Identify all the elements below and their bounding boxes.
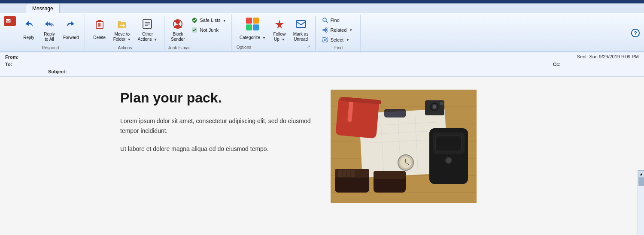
mark-as-unread-button[interactable]: Mark asUnread bbox=[290, 15, 312, 44]
related-arrow: ▼ bbox=[349, 28, 352, 32]
svg-point-22 bbox=[325, 28, 327, 30]
related-label: Related bbox=[330, 27, 346, 33]
respond-label: Respond bbox=[19, 45, 82, 51]
sent-info: Sent: Sun 9/29/2019 9:09 PM bbox=[553, 54, 639, 60]
follow-up-icon bbox=[273, 17, 286, 31]
actions-label: Actions bbox=[90, 45, 161, 51]
junk-small-group: Safe Lists ▼ Not Junk bbox=[188, 15, 228, 35]
svg-rect-63 bbox=[351, 170, 355, 177]
gear-svg bbox=[331, 90, 477, 203]
options-label: Options ↗ bbox=[237, 44, 312, 51]
not-junk-label: Not Junk bbox=[200, 27, 218, 33]
svg-rect-8 bbox=[118, 22, 126, 28]
delete-button[interactable]: Delete bbox=[90, 15, 109, 42]
select-icon bbox=[322, 36, 328, 43]
sep3 bbox=[233, 16, 233, 50]
block-sender-button[interactable]: BlockSender bbox=[168, 15, 188, 44]
follow-up-button[interactable]: FollowUp ▼ bbox=[270, 15, 289, 44]
svg-rect-66 bbox=[384, 109, 406, 118]
svg-point-19 bbox=[323, 18, 326, 21]
tab-bar: Message bbox=[0, 3, 644, 13]
email-body: Plan your pack. Lorem ipsum dolor sit am… bbox=[0, 77, 644, 235]
actions-buttons: Delete Move toFolder ▼ bbox=[90, 15, 161, 45]
reply-icon bbox=[22, 17, 36, 31]
scrollbar[interactable]: ▲ ▼ bbox=[638, 170, 644, 235]
options-expand[interactable]: ↗ bbox=[307, 45, 310, 49]
other-actions-icon bbox=[140, 17, 154, 31]
email-para-2: Ut labore et dolore magna aliqua ed do e… bbox=[120, 144, 313, 154]
find-label-group: Find bbox=[319, 45, 358, 51]
safe-lists-label: Safe Lists ▼ bbox=[200, 18, 226, 23]
select-button[interactable]: Select ▼ bbox=[319, 35, 358, 45]
junk-group: BlockSender Safe Lists ▼ bbox=[165, 15, 232, 51]
svg-line-24 bbox=[325, 29, 325, 30]
options-buttons: Categorize ▼ FollowUp ▼ bbox=[237, 15, 312, 44]
subject-label: Subject: bbox=[48, 69, 553, 75]
find-buttons: Find Related bbox=[319, 15, 358, 45]
svg-rect-62 bbox=[347, 170, 350, 177]
safe-lists-icon bbox=[191, 17, 198, 24]
gear-background bbox=[331, 90, 477, 203]
svg-rect-65 bbox=[374, 171, 406, 179]
related-button[interactable]: Related ▼ bbox=[319, 25, 358, 35]
respond-buttons: Reply Replyto All bbox=[19, 15, 82, 45]
find-label: Find bbox=[330, 18, 339, 23]
select-arrow: ▼ bbox=[346, 38, 349, 42]
subject-value bbox=[553, 69, 639, 75]
email-headline: Plan your pack. bbox=[120, 90, 313, 106]
other-actions-button[interactable]: OtherActions ▼ bbox=[135, 15, 161, 44]
find-icon bbox=[322, 17, 328, 24]
categorize-icon bbox=[246, 17, 259, 31]
svg-rect-61 bbox=[343, 170, 346, 177]
cc-label: Cc: bbox=[553, 61, 639, 67]
svg-point-47 bbox=[433, 105, 436, 108]
svg-rect-60 bbox=[338, 170, 342, 177]
svg-rect-55 bbox=[436, 136, 462, 151]
title-bar bbox=[0, 0, 644, 3]
delete-icon bbox=[93, 17, 106, 31]
find-button[interactable]: Find bbox=[319, 15, 358, 25]
svg-text:✉: ✉ bbox=[6, 18, 11, 24]
forward-icon bbox=[64, 17, 78, 31]
select-label: Select bbox=[330, 37, 343, 42]
find-group: Find Related bbox=[316, 15, 361, 51]
svg-line-25 bbox=[325, 30, 325, 31]
not-junk-button[interactable]: Not Junk bbox=[188, 25, 228, 35]
reply-all-icon bbox=[43, 17, 56, 31]
from-label: From: bbox=[5, 54, 48, 60]
svg-rect-3 bbox=[98, 20, 101, 21]
svg-rect-18 bbox=[296, 21, 306, 27]
options-group: Categorize ▼ FollowUp ▼ bbox=[234, 15, 315, 51]
sep2 bbox=[164, 16, 164, 50]
svg-point-23 bbox=[325, 30, 327, 32]
sep1 bbox=[86, 16, 86, 50]
actions-group: Delete Move toFolder ▼ bbox=[87, 15, 164, 51]
move-to-folder-icon bbox=[115, 17, 129, 31]
svg-marker-17 bbox=[275, 20, 284, 29]
related-icon bbox=[322, 27, 328, 33]
scrollbar-thumb[interactable] bbox=[638, 178, 644, 186]
to-label: To: bbox=[5, 61, 48, 67]
ribbon: ✉ Reply bbox=[0, 13, 644, 52]
reply-all-button[interactable]: Replyto All bbox=[39, 15, 59, 44]
help-button[interactable]: ? bbox=[631, 29, 640, 37]
email-para-1: Lorem ipsum dolor sit amet, consectetur … bbox=[120, 116, 313, 136]
find-inner: Find Related bbox=[319, 15, 358, 45]
forward-button[interactable]: Forward bbox=[60, 15, 82, 42]
app-logo: ✉ bbox=[3, 16, 16, 26]
block-sender-icon bbox=[171, 17, 185, 31]
mark-as-unread-icon bbox=[294, 17, 308, 31]
not-junk-icon bbox=[191, 27, 198, 33]
junk-label: Junk E-mail bbox=[168, 45, 229, 51]
move-to-folder-button[interactable]: Move toFolder ▼ bbox=[110, 15, 134, 44]
reply-button[interactable]: Reply bbox=[19, 15, 39, 42]
safe-lists-button[interactable]: Safe Lists ▼ bbox=[188, 15, 228, 25]
svg-line-20 bbox=[326, 21, 328, 23]
message-tab[interactable]: Message bbox=[26, 4, 60, 13]
email-content: Plan your pack. Lorem ipsum dolor sit am… bbox=[120, 90, 313, 235]
scrollbar-up[interactable]: ▲ bbox=[638, 170, 644, 178]
cc-value bbox=[5, 69, 48, 75]
categorize-button[interactable]: Categorize ▼ bbox=[237, 15, 269, 42]
sep4 bbox=[315, 16, 316, 50]
svg-rect-26 bbox=[323, 38, 327, 42]
